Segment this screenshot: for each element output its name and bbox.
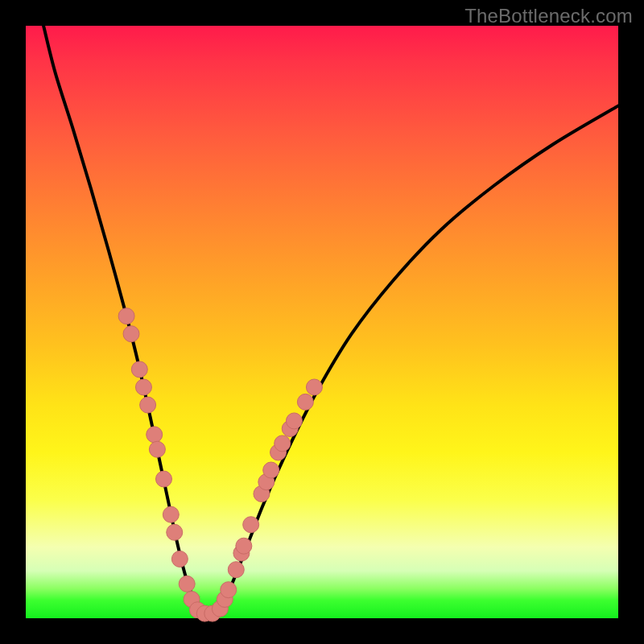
curve-marker — [163, 506, 179, 522]
curve-marker — [263, 462, 279, 478]
curve-marker — [155, 471, 171, 487]
curve-marker — [149, 441, 165, 457]
curve-marker — [140, 397, 156, 413]
plot-area — [26, 26, 618, 618]
curve-marker — [306, 379, 322, 395]
curve-marker — [147, 427, 163, 443]
curve-marker — [243, 517, 259, 533]
curve-marker — [167, 524, 183, 540]
curve-marker — [131, 361, 147, 378]
curve-marker — [228, 562, 244, 578]
curve-marker — [286, 413, 302, 429]
curve-marker — [179, 576, 195, 592]
watermark-text: TheBottleneck.com — [464, 5, 633, 27]
curve-marker — [171, 551, 188, 567]
curve-markers — [118, 308, 322, 621]
curve-marker — [123, 326, 139, 342]
curve-marker — [275, 436, 291, 452]
curve-marker — [236, 538, 252, 554]
curve-marker — [297, 394, 313, 410]
chart-frame: TheBottleneck.com — [0, 0, 644, 644]
curve-marker — [118, 308, 134, 324]
curve-marker — [135, 379, 151, 395]
bottleneck-curve-svg — [26, 26, 618, 618]
curve-marker — [221, 582, 237, 598]
